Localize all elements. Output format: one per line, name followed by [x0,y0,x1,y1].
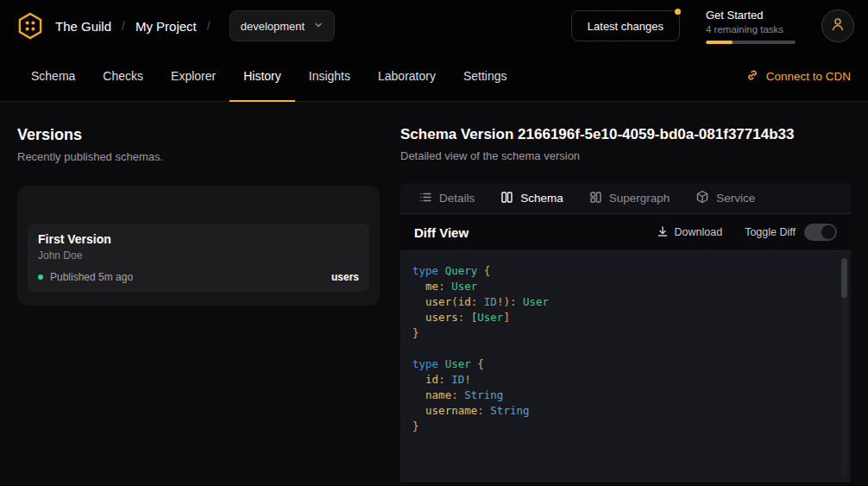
user-icon [830,16,846,35]
latest-changes-label: Latest changes [588,20,664,33]
detail-tab-schema[interactable]: Schema [500,183,563,213]
cube-icon [695,190,709,206]
version-name: First Version [38,232,359,246]
download-label: Download [675,226,723,238]
hive-logo-icon[interactable] [16,11,45,41]
code-scrollbar-track [841,258,847,476]
notification-dot [675,9,681,15]
version-status: Published 5m ago [50,271,133,283]
detail-tab-service[interactable]: Service [695,183,755,213]
code-scrollbar-thumb[interactable] [841,258,847,298]
tab-laboratory[interactable]: Laboratory [364,53,450,102]
detail-tab-label: Details [439,192,475,205]
detail-tab-bar: Details Schema [400,183,851,214]
detail-tab-supergraph[interactable]: Supergraph [589,183,670,213]
list-icon [419,191,432,206]
code-block: type Query { me: User user(id: ID!): Use… [412,263,832,434]
tab-explorer[interactable]: Explorer [157,53,230,102]
main-nav: Schema Checks Explorer History Insights … [0,52,868,102]
content: Versions Recently published schemas. Fir… [0,102,868,486]
tab-schema[interactable]: Schema [17,53,89,102]
version-service-badge: users [331,271,359,283]
tab-insights[interactable]: Insights [295,53,364,102]
version-detail-subtitle: Detailed view of the schema version [400,149,851,162]
connect-to-cdn-link[interactable]: Connect to CDN [745,68,851,85]
chevron-down-icon [313,20,324,33]
diff-view-header: Diff View Download Toggle D [400,214,851,251]
published-status-dot [38,275,43,280]
schema-code-viewer: type Query { me: User user(id: ID!): Use… [400,251,851,483]
detail-tab-label: Service [716,192,755,205]
detail-tab-label: Schema [520,192,563,205]
download-icon [657,225,669,240]
breadcrumb-project[interactable]: My Project [135,19,197,34]
user-avatar[interactable] [821,9,854,42]
download-button[interactable]: Download [651,224,728,241]
toggle-diff-label: Toggle Diff [745,226,796,238]
breadcrumb-separator: / [207,19,211,33]
breadcrumb-org[interactable]: The Guild [55,19,111,34]
versions-section: Versions Recently published schemas. Fir… [0,102,380,486]
version-detail-title: Schema Version 2166196f-5e10-4059-bd0a-0… [400,126,851,143]
versions-title: Versions [17,126,380,144]
version-detail-panel: Details Schema [400,183,851,483]
tab-checks[interactable]: Checks [89,53,157,102]
latest-changes-button[interactable]: Latest changes [571,10,680,41]
breadcrumb-separator: / [122,19,125,33]
grid-icon [589,191,602,206]
environment-select[interactable]: development [230,10,335,41]
toggle-diff-switch[interactable] [804,224,837,241]
get-started-progress-fill [706,41,733,44]
top-bar: The Guild / My Project / development Lat… [0,0,868,52]
version-detail-section: Schema Version 2166196f-5e10-4059-bd0a-0… [380,102,868,486]
version-list-item[interactable]: First Version John Doe Published 5m ago … [28,224,369,292]
columns-icon [500,191,513,206]
versions-list: First Version John Doe Published 5m ago … [17,186,380,306]
version-author: John Doe [38,249,359,262]
detail-tab-details[interactable]: Details [419,183,475,213]
versions-subtitle: Recently published schemas. [17,150,380,163]
get-started-subtitle: 4 remaining tasks [706,24,796,35]
diff-view-title: Diff View [414,225,469,240]
get-started-progress-track [706,41,796,44]
link-icon [745,68,759,85]
get-started-title: Get Started [706,9,796,22]
tab-settings[interactable]: Settings [450,53,521,102]
detail-tab-label: Supergraph [609,192,670,205]
connect-to-cdn-label: Connect to CDN [766,70,851,83]
environment-select-value: development [241,20,305,33]
get-started-widget[interactable]: Get Started 4 remaining tasks [706,9,796,44]
toggle-diff-knob [821,225,835,239]
tab-history[interactable]: History [230,53,295,102]
